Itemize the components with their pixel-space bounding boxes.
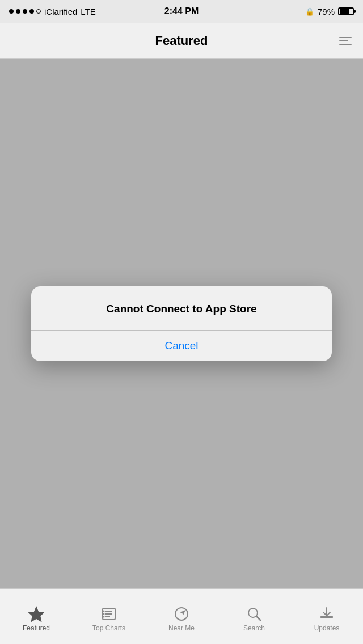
tab-featured-label: Featured [23, 624, 50, 632]
tab-updates[interactable]: Updates [290, 601, 363, 632]
cancel-button[interactable]: Cancel [31, 331, 332, 361]
tab-featured[interactable]: Featured [0, 601, 73, 632]
search-icon [246, 606, 262, 622]
alert-title: Cannot Connect to App Store [45, 302, 318, 316]
nav-bar: Featured [0, 23, 363, 59]
carrier-label: iClarified [44, 7, 77, 16]
tab-near-me-label: Near Me [168, 624, 195, 632]
signal-dot-1 [9, 9, 14, 14]
signal-strength [9, 9, 41, 14]
main-content: Cannot Connect to App Store Cancel [0, 59, 363, 588]
status-time: 2:44 PM [164, 6, 199, 16]
alert-overlay: Cannot Connect to App Store Cancel [0, 59, 363, 588]
svg-rect-12 [321, 616, 332, 618]
signal-dot-2 [16, 9, 20, 14]
tab-bar: Featured Top Charts Near Me Search [0, 588, 363, 644]
status-left: iClarified LTE [9, 7, 96, 16]
tab-top-charts[interactable]: Top Charts [73, 601, 145, 632]
tab-top-charts-label: Top Charts [92, 624, 125, 632]
signal-dot-5 [36, 9, 41, 14]
tab-updates-label: Updates [314, 624, 340, 632]
near-me-icon [174, 606, 189, 622]
svg-point-5 [103, 610, 105, 612]
list-line-3 [339, 44, 352, 45]
list-line-1 [339, 37, 352, 38]
battery-icon [338, 7, 354, 15]
featured-icon [28, 606, 44, 622]
page-title: Featured [155, 33, 208, 48]
svg-point-8 [175, 608, 188, 620]
tab-search-label: Search [243, 624, 265, 632]
network-type: LTE [81, 7, 95, 16]
status-bar: iClarified LTE 2:44 PM 🔒 79% [0, 0, 363, 23]
svg-point-7 [103, 616, 105, 617]
svg-line-11 [256, 616, 260, 620]
signal-dot-4 [29, 9, 34, 14]
tab-search[interactable]: Search [218, 601, 290, 632]
list-line-2 [339, 40, 348, 41]
battery-fill [340, 9, 349, 14]
svg-marker-0 [29, 607, 44, 621]
top-charts-icon [101, 606, 117, 622]
signal-dot-3 [23, 9, 27, 14]
list-icon-button[interactable] [339, 37, 352, 45]
lock-icon: 🔒 [305, 7, 314, 16]
alert-body: Cannot Connect to App Store [31, 286, 332, 330]
updates-icon [319, 606, 335, 622]
tab-near-me[interactable]: Near Me [145, 601, 218, 632]
status-right: 🔒 79% [305, 7, 354, 16]
svg-point-6 [103, 613, 105, 615]
alert-dialog: Cannot Connect to App Store Cancel [31, 286, 332, 361]
battery-percentage: 79% [318, 7, 335, 16]
